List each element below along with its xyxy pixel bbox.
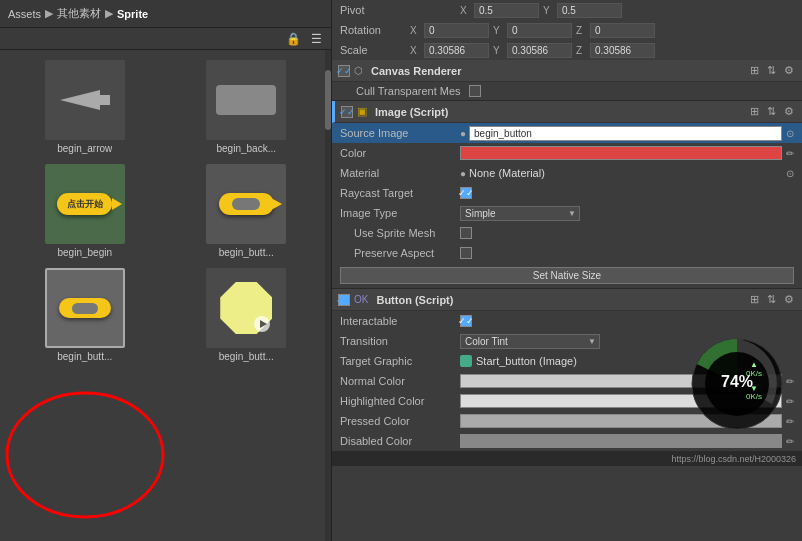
pivot-x-input[interactable] [474,3,539,18]
transition-value: Color Tint [465,336,508,347]
cull-checkbox[interactable] [469,85,481,97]
pressed-color-label: Pressed Color [340,415,460,427]
canvas-renderer-header: ✓ ⬡ Canvas Renderer ⊞ ⇅ ⚙ [332,60,802,82]
list-item[interactable]: begin_butt... [166,262,328,366]
button-script-gear-btn[interactable]: ⚙ [782,292,796,307]
button-script-title: Button (Script) [376,294,744,306]
sprite-mesh-checkbox[interactable] [460,227,472,239]
canvas-renderer-toggle[interactable]: ✓ [338,65,350,77]
rotation-z-input[interactable] [590,23,655,38]
color-edit-icon[interactable]: ✏ [786,148,794,159]
play-arrow [112,198,122,210]
color-swatch[interactable] [460,146,782,160]
image-script-title: Image (Script) [375,106,744,118]
source-icon: ● [460,128,466,139]
color-label: Color [340,147,460,159]
lock-button[interactable]: 🔒 [283,31,304,47]
rotation-label: Rotation [340,24,410,36]
canvas-renderer-edit-btn[interactable]: ⇅ [765,63,778,78]
asset-name-label: begin_back... [217,143,277,154]
rotation-x-input[interactable] [424,23,489,38]
list-view-button[interactable]: ☰ [308,31,325,47]
asset-name-label: begin_butt... [219,247,274,258]
source-image-row: Source Image ● ⊙ [332,123,802,143]
highlighted-color-label: Highlighted Color [340,395,460,407]
assets-grid: begin_arrow begin_back... 点击开始 begin [0,50,331,541]
inner-shape [232,198,260,210]
sprite-mesh-label: Use Sprite Mesh [340,227,460,239]
canvas-renderer-section: ✓ ⬡ Canvas Renderer ⊞ ⇅ ⚙ Cull Transpare… [332,60,802,101]
transition-dropdown[interactable]: Color Tint ▼ [460,334,600,349]
image-icon: ▣ [357,105,367,118]
play-icon [260,320,267,328]
svg-rect-1 [100,95,110,105]
svg-text:0K/s: 0K/s [746,392,762,401]
canvas-renderer-menu-btn[interactable]: ⊞ [748,63,761,78]
asset-name-label: begin_butt... [57,351,112,362]
sy-label: Y [493,45,503,56]
play-button [254,316,270,332]
disabled-color-row: Disabled Color ✏ [332,431,802,451]
button-script-toggle[interactable]: ✓ [338,294,350,306]
rotation-axis-group: X Y Z [410,23,655,38]
source-link-icon: ⊙ [786,128,794,139]
button-script-section: ✓ OK Button (Script) ⊞ ⇅ ⚙ Interactable … [332,289,802,452]
pivot-y-input[interactable] [557,3,622,18]
ok-badge: OK [354,294,368,305]
disabled-color-swatch[interactable] [460,434,782,448]
image-script-gear-btn[interactable]: ⚙ [782,104,796,119]
breadcrumb-assets[interactable]: Assets [8,8,41,20]
list-item[interactable]: begin_butt... [4,262,166,366]
list-item[interactable]: begin_arrow [4,54,166,158]
image-script-edit-btn[interactable]: ⇅ [765,104,778,119]
assets-toolbar: 🔒 ☰ [0,28,331,50]
ry-label: Y [493,25,503,36]
material-row: Material ● None (Material) ⊙ [332,163,802,183]
inner-shape [72,303,98,314]
interactable-checkbox[interactable]: ✓ [460,315,472,327]
asset-name-label: begin_arrow [57,143,112,154]
set-native-size-button[interactable]: Set Native Size [340,267,794,284]
color-row: Color ✏ [332,143,802,163]
image-script-section: ✓ ▣ Image (Script) ⊞ ⇅ ⚙ Source Image ● … [332,101,802,289]
breadcrumb-other[interactable]: 其他素材 [57,6,101,21]
scale-y-input[interactable] [507,43,572,58]
raycast-checkbox[interactable]: ✓ [460,187,472,199]
material-link-icon: ⊙ [786,168,794,179]
scroll-thumb[interactable] [325,70,331,130]
scale-z-input[interactable] [590,43,655,58]
list-item[interactable]: 点击开始 begin_begin [4,158,166,262]
preserve-aspect-checkbox[interactable] [460,247,472,259]
raycast-label: Raycast Target [340,187,460,199]
sprite-mesh-row: Use Sprite Mesh [332,223,802,243]
list-item[interactable]: begin_back... [166,54,328,158]
cull-label: Cull Transparent Mes [356,85,461,97]
list-item[interactable]: begin_butt... [166,158,328,262]
target-graphic-label: Target Graphic [340,355,460,367]
disabled-color-edit-icon[interactable]: ✏ [786,436,794,447]
rz-label: Z [576,25,586,36]
asset-thumbnail [45,268,125,348]
scale-label: Scale [340,44,410,56]
source-image-input[interactable] [469,126,782,141]
breadcrumb-sprite[interactable]: Sprite [117,8,148,20]
rotation-row: Rotation X Y Z [332,20,802,40]
rotation-y-input[interactable] [507,23,572,38]
button-script-header: ✓ OK Button (Script) ⊞ ⇅ ⚙ [332,289,802,311]
canvas-renderer-gear-btn[interactable]: ⚙ [782,63,796,78]
scrollbar[interactable] [325,50,331,541]
button-script-edit-btn[interactable]: ⇅ [765,292,778,307]
image-script-menu-btn[interactable]: ⊞ [748,104,761,119]
image-script-toggle[interactable]: ✓ [341,106,353,118]
button-script-menu-btn[interactable]: ⊞ [748,292,761,307]
interactable-label: Interactable [340,315,460,327]
target-graphic-icon [460,355,472,367]
preserve-aspect-row: Preserve Aspect [332,243,802,263]
disabled-color-label: Disabled Color [340,435,460,447]
scale-row: Scale X Y Z [332,40,802,60]
pill-shape [219,193,274,215]
scale-x-input[interactable] [424,43,489,58]
image-type-dropdown[interactable]: Simple ▼ [460,206,580,221]
right-panel: Pivot X Y Rotation X Y Z Scale X Y Z [332,0,802,541]
svg-marker-0 [60,90,100,110]
